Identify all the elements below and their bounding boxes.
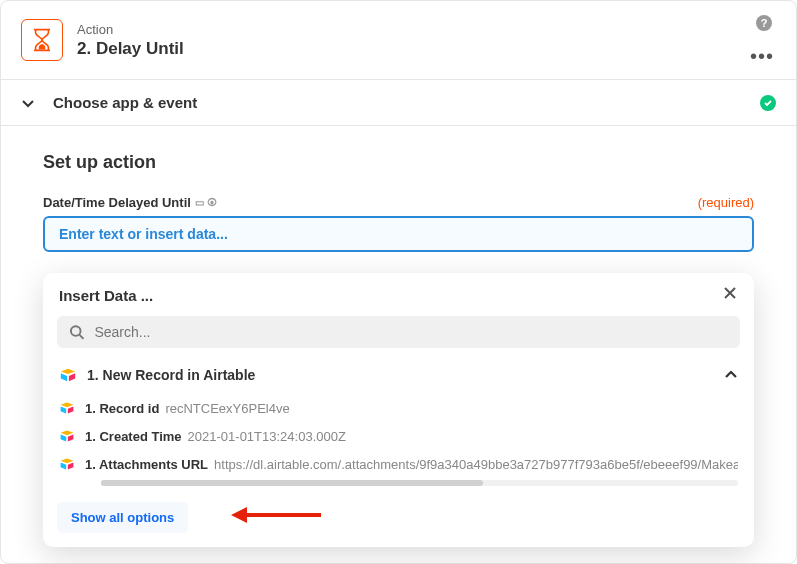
horizontal-scrollbar[interactable] [101,480,738,486]
step-type-label: Action [77,22,776,37]
data-source-row[interactable]: 1. New Record in Airtable [43,356,754,394]
section-title: Choose app & event [53,94,760,111]
completed-check-icon [760,95,776,111]
svg-point-0 [71,326,81,336]
help-icon[interactable]: ? [756,15,772,31]
input-placeholder: Enter text or insert data... [59,226,228,242]
field-label: Date/Time Delayed Until ▭ ⦿ [43,195,217,210]
source-label: 1. New Record in Airtable [87,367,724,383]
svg-line-1 [80,335,84,339]
hourglass-icon [32,28,52,52]
airtable-icon [59,400,75,416]
airtable-icon [59,456,75,472]
required-tag: (required) [698,195,754,210]
chevron-down-icon [21,96,35,110]
airtable-icon [59,366,77,384]
dropdown-title: Insert Data ... [59,287,153,304]
setup-action-title: Set up action [43,152,754,173]
data-item-created-time[interactable]: 1. Created Time 2021-01-01T13:24:03.000Z [43,422,754,450]
chevron-up-icon [724,368,738,382]
insert-data-panel: Insert Data ... 1. New Record in Airtabl… [43,273,754,547]
step-header: Action 2. Delay Until ? ••• [1,1,796,80]
data-item-attachments-url[interactable]: 1. Attachments URL https://dl.airtable.c… [43,450,754,478]
search-icon [69,324,84,340]
search-box[interactable] [57,316,740,348]
delay-app-icon [21,19,63,61]
step-title: 2. Delay Until [77,39,776,59]
show-all-options-button[interactable]: Show all options [57,502,188,533]
datetime-input[interactable]: Enter text or insert data... [43,216,754,252]
data-item-record-id[interactable]: 1. Record id recNTCEexY6PEl4ve [43,394,754,422]
airtable-icon [59,428,75,444]
close-icon[interactable] [722,285,738,306]
search-input[interactable] [94,324,728,340]
scrollbar-thumb[interactable] [101,480,483,486]
choose-app-event-section[interactable]: Choose app & event [1,80,796,126]
more-menu-icon[interactable]: ••• [750,45,774,68]
field-info-icons: ▭ ⦿ [195,197,217,208]
red-arrow-annotation [231,503,321,527]
